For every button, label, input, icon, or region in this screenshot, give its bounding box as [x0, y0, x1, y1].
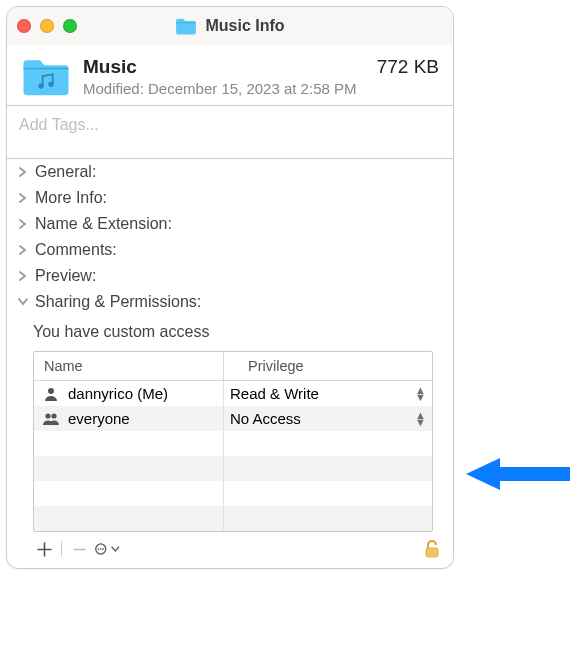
chevron-right-icon	[17, 166, 29, 178]
table-row[interactable]: everyone No Access ▲▼	[34, 406, 432, 431]
tags-input[interactable]: Add Tags...	[7, 105, 453, 159]
table-row	[34, 456, 432, 481]
chevron-right-icon	[17, 244, 29, 256]
svg-point-6	[98, 548, 100, 550]
svg-point-4	[51, 413, 56, 418]
group-icon	[42, 412, 60, 426]
section-label: General:	[35, 163, 96, 181]
permissions-panel: You have custom access Name Privilege da…	[7, 315, 453, 532]
section-label: Sharing & Permissions:	[35, 293, 201, 311]
section-label: Name & Extension:	[35, 215, 172, 233]
callout-arrow-icon	[466, 454, 570, 494]
chevron-down-icon	[17, 296, 29, 308]
remove-button[interactable]	[66, 538, 92, 560]
column-name[interactable]: Name	[34, 352, 224, 380]
chevron-right-icon	[17, 218, 29, 230]
person-icon	[42, 386, 60, 402]
chevron-down-icon	[111, 546, 120, 552]
window-controls	[17, 19, 77, 33]
section-name-extension[interactable]: Name & Extension:	[7, 211, 453, 237]
section-general[interactable]: General:	[7, 159, 453, 185]
minimize-icon[interactable]	[40, 19, 54, 33]
privilege-select[interactable]: Read & Write ▲▼	[224, 381, 432, 406]
folder-large-icon	[21, 55, 71, 97]
file-modified: Modified: December 15, 2023 at 2:58 PM	[83, 80, 439, 97]
section-comments[interactable]: Comments:	[7, 237, 453, 263]
svg-point-8	[102, 548, 104, 550]
separator	[61, 541, 62, 557]
table-rows: dannyrico (Me) Read & Write ▲▼	[34, 381, 432, 531]
privilege-value: Read & Write	[230, 385, 319, 402]
svg-point-2	[48, 388, 54, 394]
titlebar: Music Info	[7, 7, 453, 45]
sections-list: General: More Info: Name & Extension: Co…	[7, 159, 453, 315]
svg-point-7	[100, 548, 102, 550]
lock-button[interactable]	[419, 538, 445, 560]
section-sharing-permissions[interactable]: Sharing & Permissions:	[7, 289, 453, 315]
privilege-value: No Access	[230, 410, 301, 427]
chevron-right-icon	[17, 192, 29, 204]
table-row	[34, 506, 432, 531]
action-menu-button[interactable]	[94, 538, 120, 560]
table-header: Name Privilege	[34, 352, 432, 381]
add-button[interactable]	[31, 538, 57, 560]
chevron-right-icon	[17, 270, 29, 282]
stepper-icon: ▲▼	[415, 412, 426, 426]
user-name: dannyrico (Me)	[68, 385, 168, 402]
folder-icon	[175, 17, 197, 35]
zoom-icon[interactable]	[63, 19, 77, 33]
section-preview[interactable]: Preview:	[7, 263, 453, 289]
section-label: More Info:	[35, 189, 107, 207]
file-size: 772 KB	[377, 56, 439, 78]
info-window: Music Info Music 772 KB Modified: Decemb…	[6, 6, 454, 569]
user-name: everyone	[68, 410, 130, 427]
section-label: Preview:	[35, 267, 96, 285]
table-row	[34, 431, 432, 456]
section-label: Comments:	[35, 241, 117, 259]
svg-point-3	[45, 413, 50, 418]
close-icon[interactable]	[17, 19, 31, 33]
table-row[interactable]: dannyrico (Me) Read & Write ▲▼	[34, 381, 432, 406]
permissions-toolbar	[7, 534, 453, 568]
stepper-icon: ▲▼	[415, 387, 426, 401]
column-privilege[interactable]: Privilege	[224, 352, 432, 380]
table-row	[34, 481, 432, 506]
permissions-table: Name Privilege dannyrico (Me) Read & Wri…	[33, 351, 433, 532]
section-more-info[interactable]: More Info:	[7, 185, 453, 211]
file-header: Music 772 KB Modified: December 15, 2023…	[7, 45, 453, 105]
privilege-select[interactable]: No Access ▲▼	[224, 406, 432, 431]
access-note: You have custom access	[33, 323, 443, 341]
svg-rect-9	[426, 548, 438, 557]
file-name: Music	[83, 56, 137, 78]
window-title: Music Info	[205, 17, 284, 35]
